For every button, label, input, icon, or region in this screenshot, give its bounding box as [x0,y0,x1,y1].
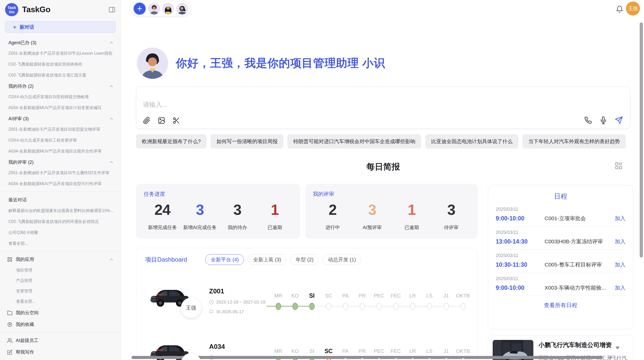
sidebar-toggle-icon[interactable] [108,6,115,13]
app-item[interactable]: 产品管理 [0,276,121,286]
join-link[interactable]: 加入 [615,238,625,245]
milestone-node[interactable] [393,303,399,310]
project-code[interactable]: Z001 [209,287,266,295]
section-header[interactable]: AI评审 (3) [0,113,121,124]
milestone-node[interactable] [343,303,348,310]
mic-icon[interactable] [599,116,607,124]
conversation-item[interactable]: C02-飞腾新能源轻客改款项目里程碑画布 [0,59,121,70]
agent-avatar[interactable] [176,3,188,14]
sidebar-link-帮我写作[interactable]: 帮我写作 [0,346,121,358]
add-agent-button[interactable] [133,2,146,15]
scissors-icon[interactable] [172,117,180,124]
sidebar-link-创意制图[interactable]: 创意制图 [0,358,121,360]
stat-value: 3 [353,201,392,218]
milestone-label: SI [309,292,315,299]
milestone-node[interactable] [427,303,432,310]
milestone: OKTB [455,292,471,310]
new-chat-button[interactable]: 新对话 [5,21,115,33]
my-apps-header[interactable]: 我的应用 [0,253,121,265]
conversation-item[interactable]: C0X4-动力总成开发项目SI里程碑提交物检查 [0,92,121,102]
milestone-node[interactable] [376,358,382,360]
conversation-item[interactable]: C0X4-动力总成开发项目工程变更评审 [0,135,121,146]
milestone-node[interactable] [276,358,281,360]
right-arrow-icon[interactable] [610,356,613,359]
sidebar-link-我的收藏[interactable]: 我的收藏 [0,319,121,330]
dashboard-tab[interactable]: 动总开发 (1) [323,254,361,265]
dashboard-tab[interactable]: 全新上装 (3) [248,254,286,265]
milestone-node[interactable] [276,303,281,310]
agent-avatar[interactable] [162,3,174,14]
user-avatar[interactable]: 王强 [626,2,640,16]
milestone-node[interactable] [376,303,382,310]
grid-icon[interactable] [614,162,623,170]
down-arrow-icon[interactable] [616,347,620,350]
chat-input[interactable] [143,101,499,108]
dashboard-tab[interactable]: 年型 (2) [290,254,319,265]
section-header[interactable]: 我的待办 (2) [0,81,121,92]
assistant-avatar [137,48,168,79]
view-all-schedule-link[interactable]: 查看所有日程 [496,296,625,315]
suggestion-chip[interactable]: 特朗普可能对进口汽车增税会对中国车企造成哪些影响 [287,134,421,148]
milestone-node[interactable] [360,358,365,360]
conversation-item[interactable]: Z001-全新燃油轻卡产品开发项目SI造型提交物评审 [0,124,121,135]
conversation-item[interactable]: A034-全新新能源MUV产品开发项目造型可行性评审 [0,178,121,189]
recent-conversation-item[interactable]: 解释最新出台的欧盟报废车法规再生塑料比例被调至15%... [0,205,121,216]
app-item[interactable]: 变更管理 [0,286,121,296]
suggestion-chip[interactable]: 如何写一份清晰的项目周报 [211,134,283,148]
app-item[interactable]: 项目管理 [0,265,121,276]
paperclip-icon[interactable] [143,117,151,124]
milestone-node[interactable] [427,358,432,360]
users-icon [7,338,12,343]
milestone-node[interactable] [410,303,415,310]
milestone-node[interactable] [444,303,449,310]
milestone-node[interactable] [292,358,298,360]
suggestion-chip[interactable]: 当下年轻人对汽车外观有怎样的喜好趋势 [522,134,626,148]
milestone-node[interactable] [360,303,365,310]
plus-icon [12,25,17,29]
notification-bell-icon[interactable] [616,5,623,13]
recent-conversation-item[interactable]: 公司Q3轻卡销量 [0,227,121,238]
join-link[interactable]: 加入 [615,261,625,268]
send-icon[interactable] [615,116,623,124]
suggestion-chip[interactable]: 比亚迪全固态电池计划具体说了什么 [425,134,518,148]
agent-avatar[interactable] [148,3,160,14]
recent-conversation-item[interactable]: 查看全部... [0,238,121,249]
milestone-node[interactable] [309,358,315,360]
milestone-node[interactable] [393,358,399,360]
suggestion-chip[interactable]: 欧洲新规最近颁布了什么? [136,134,207,148]
app-item[interactable]: 查看全部... [0,296,121,307]
sidebar-link-AI超级员工[interactable]: AI超级员工 [0,335,121,346]
milestone-label: PR [359,347,366,355]
milestone-node[interactable] [444,358,449,360]
my-apps-title: 我的应用 [16,256,106,262]
milestone-node[interactable] [309,303,315,310]
join-link[interactable]: 加入 [615,284,625,291]
dashboard-tab[interactable]: 全新平台 (4) [205,254,244,265]
phone-icon[interactable] [584,116,592,124]
conversation-item[interactable]: Z001-全新燃油轻卡产品开发项目SI节点属性5D文件评审 [0,168,121,178]
schedule-events: 2025/03/119:00-10:00C001-立项审批会加入2025/03/… [496,203,625,296]
stat-value: 2 [313,201,353,218]
conversation-item[interactable]: Z001-全新燃油皮卡产品开发项目SI节点Lesson Learn报告 [0,48,121,59]
milestone-node[interactable] [326,358,331,360]
milestone-node[interactable] [292,303,298,310]
project-info: Z0012023-12-19 ~ 2027-01-19SI-2025-05-17 [209,287,266,314]
section-header[interactable]: 我的评审 (2) [0,157,121,168]
join-link[interactable]: 加入 [615,215,625,222]
conversation-item[interactable]: A034-全新新能源MUV产品开发项目计划变更表编写 [0,102,121,113]
project-code[interactable]: A034 [209,343,266,351]
milestone-node[interactable] [343,358,348,360]
milestone-node[interactable] [460,303,466,310]
milestone-node[interactable] [460,358,466,360]
conversation-item[interactable]: C02-飞腾新能源轻客改款项目立项汇报方案 [0,70,121,81]
vertical-scrollbar[interactable] [640,22,643,258]
schedule-event: 2025/03/1113:00-14:30C003|H0B-方案冻结评审加入 [496,227,625,250]
recent-conversation-item[interactable]: C02-飞腾新能源轻客改款项目的闭环通告反馈情况 [0,216,121,227]
conversation-item[interactable]: A034-全新新能源MUV产品开发项目法规符合性评审 [0,146,121,157]
sidebar-link-我的云空间[interactable]: 我的云空间 [0,307,121,319]
project-dashboard-card: 项目Dashboard 全新平台 (4)全新上装 (3)年型 (2)动总开发 (… [136,248,478,360]
milestone-node[interactable] [326,303,331,310]
milestone-node[interactable] [410,358,415,360]
image-icon[interactable] [158,117,165,124]
section-header[interactable]: Agent已办 (3) [0,37,121,48]
